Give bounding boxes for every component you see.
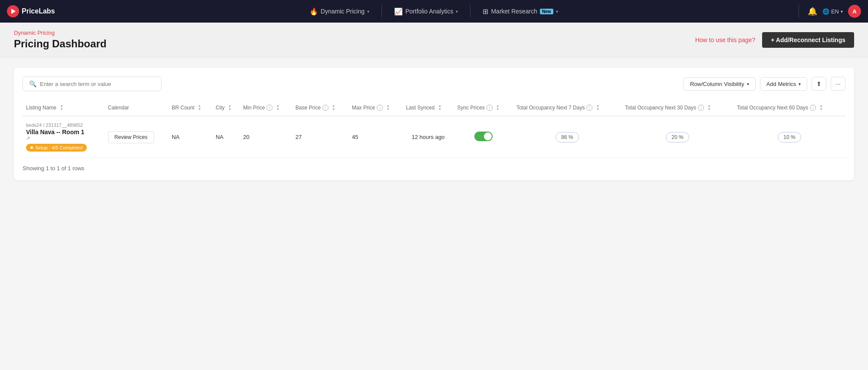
- nav-market-research[interactable]: ⊞ Market Research New ▾: [477, 5, 563, 18]
- th-occupancy-60[interactable]: Total Occupancy Next 60 Days i ▲▼: [733, 100, 845, 116]
- th-occupancy-30[interactable]: Total Occupancy Next 30 Days i ▲▼: [621, 100, 733, 116]
- nav-portfolio-analytics-label: Portfolio Analytics: [405, 8, 454, 15]
- nav-portfolio-analytics[interactable]: 📈 Portfolio Analytics ▾: [389, 5, 464, 18]
- analytics-icon: 📈: [394, 7, 403, 16]
- how-to-link[interactable]: How to use this page?: [695, 36, 756, 43]
- td-occupancy-30: 20 %: [621, 116, 733, 158]
- th-last-synced[interactable]: Last Synced ▲▼: [402, 100, 454, 116]
- breadcrumb: Dynamic Pricing: [14, 30, 106, 36]
- main-content: 🔍 Row/Column Visibility ▾ Add Metrics ▾ …: [0, 57, 868, 191]
- td-base-price: 27: [292, 116, 349, 158]
- row-column-visibility-button[interactable]: Row/Column Visibility ▾: [684, 77, 756, 91]
- toolbar: 🔍 Row/Column Visibility ▾ Add Metrics ▾ …: [23, 76, 845, 91]
- max-price-value: 45: [352, 134, 358, 140]
- sort-arrows-sync-prices: ▲▼: [496, 104, 500, 111]
- sort-arrows-occ-7: ▲▼: [596, 104, 599, 111]
- new-badge: New: [540, 9, 553, 14]
- info-icon-occupancy-7[interactable]: i: [586, 105, 592, 111]
- nav-market-research-label: Market Research: [491, 8, 537, 15]
- td-city: NA: [212, 116, 240, 158]
- listing-external-link[interactable]: ↗: [26, 135, 101, 141]
- bell-icon[interactable]: 🔔: [808, 7, 817, 16]
- search-box[interactable]: 🔍: [23, 76, 161, 91]
- min-price-value: 20: [243, 134, 249, 140]
- page-header-right: How to use this page? + Add/Reconnect Li…: [695, 32, 854, 48]
- td-last-synced: 12 hours ago: [402, 116, 454, 158]
- chevron-down-icon-visibility: ▾: [747, 82, 749, 86]
- review-prices-button[interactable]: Review Prices: [108, 131, 154, 143]
- info-icon-base-price[interactable]: i: [322, 105, 329, 111]
- occupancy-30-badge: 20 %: [666, 132, 689, 142]
- br-count-value: NA: [172, 134, 180, 140]
- info-icon-sync-prices[interactable]: i: [487, 105, 493, 111]
- sort-arrows-last-synced: ▲▼: [438, 104, 441, 111]
- chevron-down-icon-lang: ▾: [841, 9, 843, 14]
- base-price-value: 27: [296, 134, 302, 140]
- page-title: Pricing Dashboard: [14, 38, 106, 50]
- chevron-down-icon: ▾: [367, 9, 369, 14]
- td-occupancy-7: 86 %: [513, 116, 621, 158]
- info-icon-min-price[interactable]: i: [266, 105, 273, 111]
- user-avatar[interactable]: A: [848, 5, 861, 18]
- th-last-synced-label: Last Synced: [406, 105, 434, 111]
- info-icon-occupancy-60[interactable]: i: [810, 105, 816, 111]
- table-header: Listing Name ▲▼ Calendar BR Count ▲▼: [23, 100, 845, 116]
- setup-dot: [30, 146, 33, 149]
- grid-icon: ⊞: [483, 7, 488, 16]
- row-col-visibility-label: Row/Column Visibility: [690, 81, 744, 87]
- sync-prices-toggle[interactable]: [474, 132, 493, 141]
- sort-arrows-max-price: ▲▼: [386, 104, 390, 111]
- sort-arrows-occ-60: ▲▼: [819, 104, 823, 111]
- nav-dynamic-pricing-label: Dynamic Pricing: [321, 8, 365, 15]
- listing-id: beds24 / 231317__489852: [26, 122, 101, 128]
- chevron-down-icon-2: ▾: [456, 9, 458, 14]
- th-base-price-label: Base Price: [296, 105, 321, 111]
- occupancy-60-badge: 10 %: [778, 132, 801, 142]
- listing-name: Villa Nava -- Room 1: [26, 129, 101, 135]
- share-button[interactable]: ⬆: [812, 77, 826, 91]
- th-max-price[interactable]: Max Price i ▲▼: [349, 100, 402, 116]
- page-header-left: Dynamic Pricing Pricing Dashboard: [14, 30, 106, 50]
- add-metrics-button[interactable]: Add Metrics ▾: [760, 77, 808, 91]
- th-occupancy-7[interactable]: Total Occupancy Next 7 Days i ▲▼: [513, 100, 621, 116]
- th-br-count[interactable]: BR Count ▲▼: [168, 100, 212, 116]
- ellipsis-icon: ···: [835, 80, 841, 87]
- last-synced-value: 12 hours ago: [411, 134, 444, 140]
- share-icon: ⬆: [816, 80, 822, 87]
- info-icon-occupancy-30[interactable]: i: [698, 105, 704, 111]
- add-reconnect-listings-button[interactable]: + Add/Reconnect Listings: [762, 32, 854, 48]
- th-br-count-label: BR Count: [172, 105, 194, 111]
- sort-arrows-occ-30: ▲▼: [707, 104, 711, 111]
- language-selector[interactable]: 🌐 EN ▾: [822, 8, 843, 15]
- search-input[interactable]: [40, 81, 155, 87]
- th-sync-prices-label: Sync Prices: [457, 105, 484, 111]
- sort-arrows-listing: ▲▼: [60, 104, 63, 111]
- setup-badge-text: Setup : 4/5 Completed: [35, 145, 82, 150]
- info-icon-max-price[interactable]: i: [377, 105, 383, 111]
- td-max-price: 45: [349, 116, 402, 158]
- th-listing-name-label: Listing Name: [26, 105, 56, 111]
- nav-separator-3: [799, 5, 799, 18]
- th-listing-name[interactable]: Listing Name ▲▼: [23, 100, 105, 116]
- th-min-price[interactable]: Min Price i ▲▼: [240, 100, 292, 116]
- nav-dynamic-pricing[interactable]: 🔥 Dynamic Pricing ▾: [304, 5, 375, 18]
- th-sync-prices[interactable]: Sync Prices i ▲▼: [454, 100, 513, 116]
- td-listing-name: beds24 / 231317__489852 Villa Nava -- Ro…: [23, 116, 105, 158]
- td-sync-prices: [454, 116, 513, 158]
- toolbar-right: Row/Column Visibility ▾ Add Metrics ▾ ⬆ …: [684, 77, 845, 91]
- logo[interactable]: PriceLabs: [7, 5, 55, 17]
- language-label: EN: [831, 8, 839, 15]
- nav-separator-2: [470, 5, 470, 18]
- sort-arrows-base-price: ▲▼: [332, 104, 335, 111]
- th-city[interactable]: City ▲▼: [212, 100, 240, 116]
- svg-marker-0: [11, 9, 16, 14]
- td-occupancy-60: 10 %: [733, 116, 845, 158]
- th-calendar-label: Calendar: [108, 105, 129, 111]
- chevron-down-icon-metrics: ▾: [799, 82, 801, 86]
- table-row: beds24 / 231317__489852 Villa Nava -- Ro…: [23, 116, 845, 158]
- td-calendar: Review Prices: [105, 116, 168, 158]
- navbar-center: 🔥 Dynamic Pricing ▾ 📈 Portfolio Analytic…: [72, 5, 795, 18]
- more-options-button[interactable]: ···: [831, 77, 845, 91]
- setup-badge: Setup : 4/5 Completed: [26, 144, 87, 152]
- th-base-price[interactable]: Base Price i ▲▼: [292, 100, 349, 116]
